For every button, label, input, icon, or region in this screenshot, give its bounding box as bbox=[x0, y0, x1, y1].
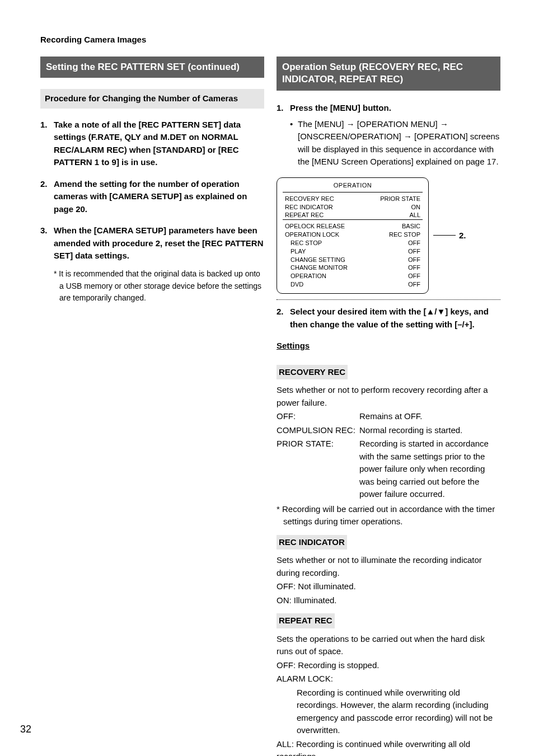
operation-row-key: PLAY bbox=[285, 247, 306, 256]
operation-row: CHANGE MONITOROFF bbox=[277, 264, 428, 272]
recovery-rec-heading: RECOVERY REC bbox=[277, 365, 348, 380]
right-title-bar: Operation Setup (RECOVERY REC, REC INDIC… bbox=[277, 57, 500, 91]
operation-row-value: OFF bbox=[408, 256, 420, 264]
recovery-rec-desc: Sets whether or not to perform recovery … bbox=[277, 384, 500, 409]
recovery-off-k: OFF: bbox=[277, 410, 359, 423]
arrow-icon: → bbox=[346, 119, 355, 129]
operation-row-key: RECOVERY REC bbox=[285, 195, 334, 203]
right-step-2: Select your desired item with the [▲/▼] … bbox=[277, 306, 500, 331]
rec-indicator-off: OFF: Not illuminated. bbox=[277, 580, 500, 593]
operation-row-key: CHANGE MONITOR bbox=[285, 264, 348, 272]
recovery-off-v: Remains at OFF. bbox=[359, 410, 500, 423]
right-step-1-bullet: The [MENU] → [OPERATION MENU] → [ONSCREE… bbox=[290, 118, 500, 168]
leader-line bbox=[433, 235, 456, 236]
operation-row-value: OFF bbox=[408, 247, 420, 256]
operation-row: CHANGE SETTINGOFF bbox=[277, 256, 428, 264]
repeat-rec-alarm-v: Recording is continued while overwriting… bbox=[297, 687, 500, 737]
operation-menu-box: OPERATION RECOVERY RECPRIOR STATEREC IND… bbox=[277, 177, 429, 294]
settings-heading: Settings bbox=[277, 340, 500, 353]
s1b-c: [ONSCREEN/OPERATION] bbox=[298, 132, 404, 141]
recovery-prior-v: Recording is started in accordance with … bbox=[359, 438, 500, 501]
diagram-callout: 2. bbox=[433, 229, 466, 242]
up-down-triangles-icon: ▲/▼ bbox=[426, 307, 445, 316]
left-step-1-text: Take a note of all the [REC PATTERN SET]… bbox=[54, 120, 241, 167]
section-header: Recording Camera Images bbox=[40, 34, 500, 46]
operation-row-value: OFF bbox=[408, 239, 420, 247]
left-step-1: Take a note of all the [REC PATTERN SET]… bbox=[40, 119, 264, 169]
operation-row-value: REC STOP bbox=[389, 231, 420, 239]
operation-row-value: ON bbox=[411, 203, 421, 212]
operation-row: OPELOCK RELEASEBASIC bbox=[277, 222, 428, 231]
left-column: Setting the REC PATTERN SET (continued) … bbox=[40, 57, 264, 757]
s1b-a: The [MENU] bbox=[298, 119, 346, 129]
operation-diagram: OPERATION RECOVERY RECPRIOR STATEREC IND… bbox=[277, 177, 500, 294]
repeat-rec-off: OFF: Recording is stopped. bbox=[277, 659, 500, 672]
operation-menu-title: OPERATION bbox=[277, 181, 428, 192]
operation-row: OPERATIONOFF bbox=[277, 272, 428, 280]
operation-row-key: REC INDICATOR bbox=[285, 203, 333, 212]
repeat-rec-desc: Sets the operations to be carried out wh… bbox=[277, 633, 500, 658]
operation-row-value: ALL bbox=[409, 211, 420, 219]
operation-row: RECOVERY RECPRIOR STATE bbox=[277, 195, 428, 203]
left-step-3-text: When the [CAMERA SETUP] parameters have … bbox=[54, 226, 264, 260]
rec-indicator-heading: REC INDICATOR bbox=[277, 535, 347, 550]
repeat-rec-heading: REPEAT REC bbox=[277, 613, 335, 628]
operation-row: DVDOFF bbox=[277, 280, 428, 289]
left-step-3: When the [CAMERA SETUP] parameters have … bbox=[40, 224, 264, 304]
recovery-footnote: * Recording will be carried out in accor… bbox=[277, 503, 500, 528]
recovery-off: OFF: Remains at OFF. bbox=[277, 410, 500, 423]
left-subtitle-bar: Procedure for Changing the Number of Cam… bbox=[40, 89, 264, 109]
operation-row-key: OPERATION bbox=[285, 272, 326, 280]
recovery-prior-k: PRIOR STATE: bbox=[277, 438, 359, 501]
left-note: * It is recommended that the original da… bbox=[54, 268, 264, 304]
arrow-icon: → bbox=[404, 132, 412, 141]
dotted-separator bbox=[277, 299, 500, 300]
rec-indicator-desc: Sets whether or not to illuminate the re… bbox=[277, 554, 500, 579]
left-title-bar: Setting the REC PATTERN SET (continued) bbox=[40, 57, 264, 78]
rec-indicator-on: ON: Illuminated. bbox=[277, 594, 500, 607]
operation-row: REC STOPOFF bbox=[277, 239, 428, 247]
operation-row-value: OFF bbox=[408, 280, 420, 289]
recovery-comp-k: COMPULSION REC: bbox=[277, 424, 359, 437]
operation-row-key: CHANGE SETTING bbox=[285, 256, 345, 264]
page-number: 32 bbox=[20, 722, 31, 737]
operation-row-key: REPEAT REC bbox=[285, 211, 324, 219]
operation-row-value: OFF bbox=[408, 264, 420, 272]
s2-a: Select your desired item with the [ bbox=[290, 307, 426, 316]
recovery-prior: PRIOR STATE: Recording is started in acc… bbox=[277, 438, 500, 501]
operation-row-value: BASIC bbox=[402, 222, 420, 231]
operation-row-value: PRIOR STATE bbox=[380, 195, 420, 203]
recovery-comp: COMPULSION REC: Normal recording is star… bbox=[277, 424, 500, 437]
operation-row-value: OFF bbox=[408, 272, 420, 280]
left-step-2: Amend the setting for the number of oper… bbox=[40, 178, 264, 216]
operation-row-key: DVD bbox=[285, 280, 303, 289]
left-step-2-text: Amend the setting for the number of oper… bbox=[54, 179, 247, 214]
right-column: Operation Setup (RECOVERY REC, REC INDIC… bbox=[277, 57, 500, 757]
operation-row: REC INDICATORON bbox=[277, 203, 428, 212]
repeat-rec-alarm-k: ALARM LOCK: bbox=[277, 673, 500, 685]
s1b-b: [OPERATION MENU] bbox=[355, 119, 440, 129]
repeat-rec-all: ALL: Recording is continued while overwr… bbox=[277, 738, 500, 757]
operation-row: REPEAT RECALL bbox=[277, 211, 428, 219]
leader-label: 2. bbox=[459, 229, 466, 242]
operation-row: PLAYOFF bbox=[277, 247, 428, 256]
operation-row-key: OPELOCK RELEASE bbox=[285, 222, 345, 231]
arrow-icon: → bbox=[440, 119, 448, 129]
operation-row: OPERATION LOCKREC STOP bbox=[277, 231, 428, 239]
right-step-1: Press the [MENU] button. The [MENU] → [O… bbox=[277, 102, 500, 168]
operation-row-key: REC STOP bbox=[285, 239, 322, 247]
operation-row-key: OPERATION LOCK bbox=[285, 231, 339, 239]
recovery-comp-v: Normal recording is started. bbox=[359, 424, 500, 437]
right-step-1-text: Press the [MENU] button. bbox=[290, 103, 391, 112]
